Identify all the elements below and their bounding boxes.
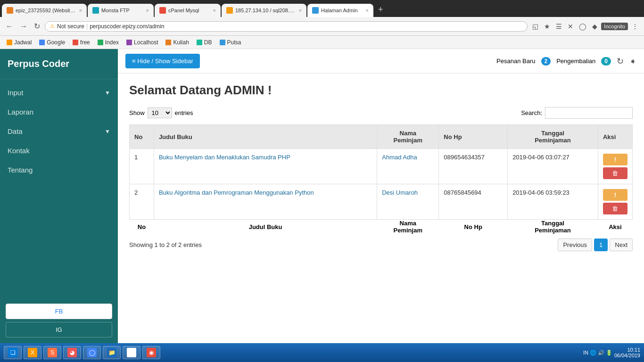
tab-close-3[interactable]: × [213,8,216,13]
warning-button-0[interactable]: ! [603,154,627,165]
tab-close-2[interactable]: × [146,8,149,13]
tab-4[interactable]: 185.27.134.10 / sql208.byetclus... × [222,4,306,17]
lock-label: Not secure [57,23,84,30]
taskbar-left: ❏ X S ◕ ◯ 📁 F ◉ [4,346,160,359]
new-tab-button[interactable]: + [374,5,387,15]
sidebar-item-input[interactable]: Input ▼ [0,83,118,102]
bookmark-free[interactable]: free [70,38,93,47]
forward-button[interactable]: → [18,21,29,32]
cell-no-1: 2 [130,184,154,220]
delete-button-0[interactable]: 🗑 [603,167,627,179]
tab-label-4: 185.27.134.10 / sql208.byetclus... [235,8,297,13]
hide-sidebar-button[interactable]: ≡ Hide / Show Sidebar [125,54,200,68]
bookmark-jadwal[interactable]: Jadwal [4,38,34,47]
bookmark-button[interactable]: ★ [542,22,552,31]
network-icon: 🌐 [590,350,596,356]
app-wrapper: Perpus Coder Input ▼ Laporan Data ▼ Kont… [0,49,644,343]
sidebar-label-laporan: Laporan [8,108,33,116]
page-1-button[interactable]: 1 [594,239,608,251]
sidebar-label-data: Data [8,127,23,135]
bookmark-kuliah[interactable]: Kuliah [163,38,191,47]
taskbar-recorder[interactable]: ◉ [142,346,160,359]
top-bar: ≡ Hide / Show Sidebar Pesanan Baru 2 Pen… [118,49,644,74]
bookmark-label-jadwal: Jadwal [14,39,32,46]
pagination: Previous 1 Next [558,239,633,251]
back-button[interactable]: ← [4,21,15,32]
undo-icon[interactable]: ↻ [617,56,624,66]
judul-link-1[interactable]: Buku Algoritma dan Pemrograman Menggunak… [159,189,314,196]
taskbar-filezilla[interactable]: F [123,346,140,359]
tab-label-5: Halaman Admin [321,8,363,13]
top-bar-right: Pesanan Baru 2 Pengembalian 0 ↻ ➧ [496,56,636,66]
showing-text: Showing 1 to 2 of 2 entries [129,241,202,248]
cell-judul-1: Buku Algoritma dan Pemrograman Menggunak… [154,184,377,220]
col-footer-tanggal: TanggalPeminjaman [508,220,598,234]
sidebar-item-data[interactable]: Data ▼ [0,122,118,141]
tab-5[interactable]: Halaman Admin × [307,4,373,17]
previous-button[interactable]: Previous [558,239,592,251]
pesanan-baru-badge: 2 [541,57,551,66]
action-btns-0: ! 🗑 [603,154,627,179]
cast-button[interactable]: ◱ [530,22,540,31]
judul-link-0[interactable]: Buku Menyelam dan Menaklukan Samudra PHP [159,154,290,161]
bookmark-google[interactable]: Google [36,38,68,47]
warning-button-1[interactable]: ! [603,189,627,201]
nama-link-1[interactable]: Desi Umaroh [382,189,418,196]
menu-button[interactable]: ⋮ [630,22,640,31]
table-controls: Show 10 25 50 100 entries Search: [129,107,633,119]
address-bar[interactable]: ⚠ Not secure | perpuscoder.epizy.com/adm… [45,21,528,32]
sidebar-item-tentang[interactable]: Tentang [0,160,118,180]
filezilla-icon: F [127,348,136,357]
taskbar-chrome[interactable]: ◯ [83,346,101,359]
xampp-icon: X [28,348,37,357]
entries-select[interactable]: 10 25 50 100 [148,107,172,118]
taskbar-right: IN 🌐 🔊 🔋 10:11 06/04/2019 [583,347,640,358]
tab-close-1[interactable]: × [79,8,82,13]
bookmark-label-google: Google [47,39,65,46]
taskbar-explorer[interactable]: 📁 [103,346,121,359]
logout-icon[interactable]: ➧ [629,56,636,66]
ig-button[interactable]: IG [6,322,112,337]
col-footer-nohp: No Hp [439,220,508,234]
tab-icon-3 [159,7,166,14]
tab-1[interactable]: epiz_23725592 (Website for pe... × [2,4,87,17]
tab-close-5[interactable]: × [366,8,369,13]
delete-button-1[interactable]: 🗑 [603,203,627,214]
bookmark-icon-jadwal [7,40,12,45]
settings-button-1[interactable]: ☰ [554,22,564,31]
taskbar: ❏ X S ◕ ◯ 📁 F ◉ IN 🌐 🔊 🔋 10: [0,343,644,362]
taskbar-sublime[interactable]: S [43,346,61,359]
recorder-icon: ◉ [147,348,156,357]
close-ext-button[interactable]: ✕ [566,22,575,31]
taskbar-xampp[interactable]: X [24,346,41,359]
browser-action-buttons: ◱ ★ ☰ ✕ ◯ ◆ Incognito ⋮ [530,22,640,31]
search-control: Search: [521,107,633,119]
bookmark-localhost[interactable]: Localhost [124,38,161,47]
tab-close-4[interactable]: × [299,8,302,13]
browser-tabs: epiz_23725592 (Website for pe... × Monst… [0,0,644,17]
nama-link-0[interactable]: Ahmad Adha [382,154,417,161]
circle-icon[interactable]: ◯ [577,22,588,31]
search-input[interactable] [545,107,633,119]
table-footer: Showing 1 to 2 of 2 entries Previous 1 N… [129,239,633,251]
bookmark-icon-index [98,40,103,45]
sidebar-item-laporan[interactable]: Laporan [0,102,118,122]
tab-icon-5 [312,7,319,14]
bookmark-icon-localhost [126,40,132,45]
fb-button[interactable]: FB [6,304,112,319]
tab-3[interactable]: cPanel Mysql × [155,4,221,17]
col-header-nama: NamaPeminjam [377,125,439,149]
tab-icon-2 [92,7,99,14]
bookmark-index[interactable]: Index [95,38,122,47]
taskbar-start[interactable]: ❏ [4,346,22,359]
tab-2[interactable]: Monsta FTP × [88,4,154,17]
taskbar-firefox[interactable]: ◕ [63,346,81,359]
bookmark-db[interactable]: DB [194,38,215,47]
sidebar-item-kontak[interactable]: Kontak [0,141,118,160]
address-separator: | [86,23,88,30]
next-button[interactable]: Next [610,239,633,251]
refresh-button[interactable]: ↻ [32,21,42,32]
cell-tanggal-0: 2019-04-06 03:07:27 [508,149,598,184]
vpn-icon[interactable]: ◆ [590,22,599,31]
bookmark-pulsa[interactable]: Pulsa [217,38,244,47]
